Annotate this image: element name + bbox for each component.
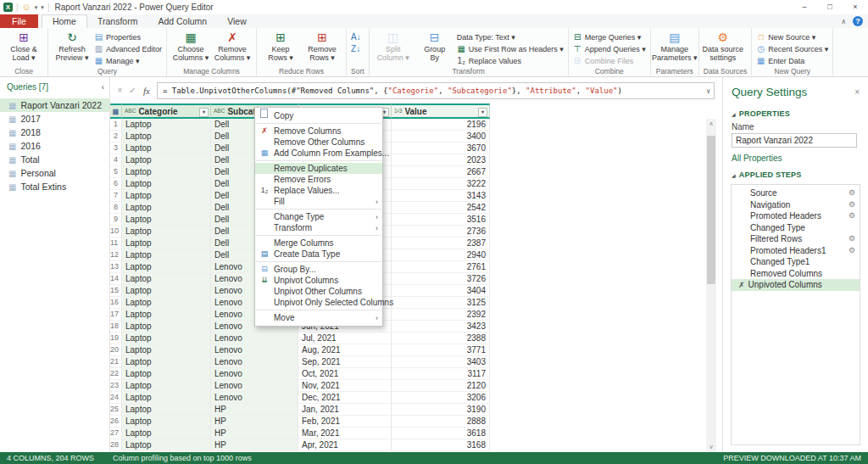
cell-categorie[interactable]: Laptop: [122, 297, 211, 309]
applied-step-source[interactable]: Source⚙: [732, 187, 860, 199]
cell-value[interactable]: 2120: [392, 380, 490, 392]
row-number[interactable]: 19: [110, 333, 122, 344]
cell-subcategorie[interactable]: Lenovo: [211, 356, 298, 368]
cell-categorie[interactable]: Laptop: [122, 344, 211, 356]
cell-value[interactable]: 2542: [392, 202, 490, 214]
row-number[interactable]: 14: [110, 273, 122, 285]
cell-attribute[interactable]: Jan, 2021: [298, 404, 392, 416]
formula-check-icon[interactable]: ✓: [126, 86, 139, 95]
menu-item-copy[interactable]: Copy: [255, 110, 382, 121]
cell-subcategorie[interactable]: Lenovo: [211, 344, 298, 356]
menu-item-change-type[interactable]: Change Type›: [255, 211, 382, 222]
menu-item-unpivot-columns[interactable]: ⇊Unpivot Columns: [255, 275, 382, 286]
cell-categorie[interactable]: Laptop: [122, 261, 211, 273]
row-number[interactable]: 16: [110, 297, 122, 309]
cell-categorie[interactable]: Laptop: [122, 214, 211, 226]
cell-categorie[interactable]: Laptop: [122, 356, 211, 368]
row-number[interactable]: 4: [110, 154, 122, 166]
minimize-button[interactable]: –: [792, 0, 817, 14]
applied-step-filtered-rows[interactable]: Filtered Rows⚙: [732, 233, 860, 245]
menu-item-remove-errors[interactable]: Remove Errors: [255, 174, 382, 185]
applied-step-unpivoted-columns[interactable]: ✗Unpivoted Columns: [732, 279, 860, 291]
cell-value[interactable]: 2196: [392, 119, 490, 131]
keep-rows-button[interactable]: ⊞KeepRows ▾: [261, 30, 300, 62]
row-number[interactable]: 3: [110, 143, 122, 154]
cell-subcategorie[interactable]: Lenovo: [211, 392, 298, 404]
gear-icon[interactable]: ⚙: [849, 246, 855, 254]
cell-value[interactable]: 2023: [392, 154, 490, 166]
menu-item-move[interactable]: Move›: [255, 312, 382, 323]
sort-ascending-button[interactable]: A↓: [351, 31, 360, 42]
cell-categorie[interactable]: Laptop: [122, 392, 211, 404]
cell-categorie[interactable]: Laptop: [122, 154, 211, 166]
remove-rows-button[interactable]: ⊞RemoveRows ▾: [303, 30, 342, 62]
qat-smiley-dropdown-icon[interactable]: ▾: [35, 4, 38, 11]
menu-item-create-data-type[interactable]: ▤Create Data Type: [255, 249, 382, 260]
applied-step-removed-columns[interactable]: Removed Columns: [732, 268, 860, 280]
vertical-scrollbar[interactable]: ∧ ∨: [706, 119, 716, 452]
cell-value[interactable]: 3516: [392, 214, 490, 226]
advanced-editor-button[interactable]: ▥Advanced Editor: [94, 43, 162, 54]
menu-item-group-by[interactable]: ⊟Group By...: [255, 264, 382, 275]
combine-files-button[interactable]: ⊞Combine Files: [573, 55, 646, 66]
cell-value[interactable]: 3206: [392, 392, 490, 404]
menu-item-fill[interactable]: Fill›: [255, 196, 382, 207]
gear-icon[interactable]: ⚙: [849, 200, 855, 209]
cell-value[interactable]: 3222: [392, 178, 490, 190]
query-item-total[interactable]: ▦Total: [0, 153, 109, 166]
menu-item-remove-columns[interactable]: ✗Remove Columns: [255, 126, 382, 137]
cell-value[interactable]: 2387: [392, 238, 490, 249]
append-queries-button[interactable]: ⊤Append Queries ▾: [573, 43, 646, 54]
collapse-ribbon-icon[interactable]: ∧: [841, 18, 846, 25]
cell-categorie[interactable]: Laptop: [122, 439, 211, 451]
row-number[interactable]: 11: [110, 238, 122, 249]
menu-item-remove-duplicates[interactable]: Remove Duplicates: [255, 163, 382, 174]
formula-expand-icon[interactable]: ∨: [706, 87, 710, 95]
remove-columns-button[interactable]: ✗RemoveColumns ▾: [213, 30, 252, 62]
cell-categorie[interactable]: Laptop: [122, 178, 211, 190]
tab-transform[interactable]: Transform: [87, 14, 147, 28]
row-number[interactable]: 13: [110, 261, 122, 273]
merge-queries-button[interactable]: ⊟Merge Queries ▾: [573, 31, 646, 42]
data-source-settings-button[interactable]: ⚙Data sourcesettings: [704, 30, 743, 62]
cell-value[interactable]: 3125: [392, 297, 490, 309]
manage-parameters-button[interactable]: ▤ManageParameters ▾: [655, 30, 694, 62]
row-number[interactable]: 24: [110, 392, 122, 404]
query-item-raport-vanzari-2022[interactable]: ▦Raport Vanzari 2022: [0, 98, 109, 112]
scroll-up-icon[interactable]: ∧: [706, 119, 716, 129]
close-button[interactable]: ×: [843, 0, 868, 14]
cell-categorie[interactable]: Laptop: [122, 226, 211, 238]
new-source-button[interactable]: □New Source ▾: [756, 31, 828, 42]
tab-view[interactable]: View: [217, 14, 257, 28]
queries-collapse-icon[interactable]: ‹: [102, 82, 104, 92]
row-number[interactable]: 28: [110, 439, 122, 451]
cell-subcategorie[interactable]: Lenovo: [211, 380, 298, 392]
row-number[interactable]: 7: [110, 190, 122, 202]
cell-attribute[interactable]: Sep, 2021: [298, 356, 392, 368]
row-number[interactable]: 26: [110, 416, 122, 428]
tab-file[interactable]: File: [0, 14, 38, 28]
row-number[interactable]: 2: [110, 131, 122, 143]
query-item-2016[interactable]: ▦2016: [0, 139, 109, 153]
cell-value[interactable]: 2940: [392, 249, 490, 261]
cell-value[interactable]: 3143: [392, 190, 490, 202]
menu-item-replace-values[interactable]: 1₂Replace Values...: [255, 185, 382, 196]
cell-value[interactable]: 3423: [392, 321, 490, 333]
cell-attribute[interactable]: Nov, 2021: [298, 380, 392, 392]
refresh-preview-button[interactable]: ↻RefreshPreview ▾: [53, 30, 92, 62]
row-number[interactable]: 15: [110, 285, 122, 297]
cell-attribute[interactable]: Oct, 2021: [298, 368, 392, 380]
menu-item-merge-columns[interactable]: Merge Columns: [255, 238, 382, 249]
cell-categorie[interactable]: Laptop: [122, 131, 211, 143]
column-header-categorie[interactable]: ABCCategorie▾: [122, 103, 211, 119]
cell-categorie[interactable]: Laptop: [122, 321, 211, 333]
cell-value[interactable]: 2888: [392, 416, 490, 428]
cell-attribute[interactable]: Feb, 2021: [298, 416, 392, 428]
applied-step-navigation[interactable]: Navigation⚙: [732, 199, 860, 211]
applied-step-changed-type[interactable]: Changed Type: [732, 222, 860, 234]
cell-subcategorie[interactable]: HP: [211, 439, 298, 451]
applied-step-promoted-headers1[interactable]: Promoted Headers1⚙: [732, 245, 860, 257]
cell-value[interactable]: 3403: [392, 356, 490, 368]
menu-item-transform[interactable]: Transform›: [255, 222, 382, 233]
cell-categorie[interactable]: Laptop: [122, 273, 211, 285]
